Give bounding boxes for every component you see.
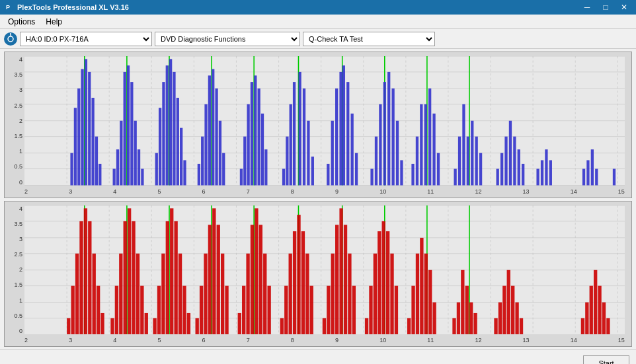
svg-rect-206: [259, 225, 262, 334]
svg-rect-44: [99, 164, 101, 186]
svg-rect-110: [454, 169, 456, 186]
svg-rect-236: [420, 237, 423, 334]
svg-rect-188: [170, 208, 173, 334]
x-label: 3: [69, 188, 72, 195]
svg-rect-217: [323, 318, 326, 334]
svg-rect-124: [536, 169, 539, 186]
y-label: 4: [19, 56, 22, 63]
svg-rect-63: [198, 164, 200, 186]
x-label: 9: [335, 188, 338, 195]
svg-rect-112: [462, 104, 465, 186]
device-icon: [4, 32, 17, 46]
top-chart: 4 3.5 3 2.5 2 1.5 1 0.5 0: [4, 52, 632, 198]
bottom-panel: Jitter: 5 Peak Shift:: [0, 349, 636, 364]
svg-rect-83: [298, 72, 301, 186]
svg-rect-85: [307, 121, 309, 186]
svg-rect-168: [75, 253, 79, 334]
svg-rect-200: [225, 285, 228, 334]
x-label: 8: [291, 188, 294, 195]
svg-rect-43: [95, 137, 98, 186]
svg-rect-118: [500, 153, 503, 186]
svg-rect-194: [200, 285, 203, 334]
svg-rect-80: [286, 137, 288, 186]
svg-rect-37: [74, 108, 77, 185]
svg-rect-247: [498, 302, 502, 334]
svg-rect-203: [246, 253, 249, 334]
svg-rect-257: [598, 285, 601, 334]
svg-rect-49: [127, 65, 130, 185]
svg-rect-191: [182, 285, 186, 334]
svg-rect-96: [375, 137, 378, 186]
close-button[interactable]: ✕: [615, 0, 633, 15]
svg-rect-54: [155, 153, 158, 186]
svg-rect-84: [303, 89, 305, 186]
svg-rect-175: [110, 318, 114, 334]
svg-rect-117: [497, 169, 499, 186]
start-button[interactable]: Start: [583, 355, 629, 365]
maximize-button[interactable]: □: [596, 0, 615, 15]
bottom-chart-x-axis: 2 3 4 5 6 7 8 9 10 11 12 13 14 15: [24, 334, 625, 346]
svg-rect-94: [355, 153, 358, 186]
svg-rect-51: [134, 121, 137, 186]
svg-rect-81: [290, 104, 292, 186]
x-label: 3: [69, 337, 72, 344]
svg-rect-93: [351, 114, 354, 186]
svg-rect-198: [217, 225, 220, 334]
svg-rect-108: [432, 114, 435, 186]
device-select[interactable]: HA:0 ID:0 PX-716A: [20, 32, 152, 46]
svg-rect-64: [201, 137, 204, 186]
x-label: 4: [113, 188, 116, 195]
x-label: 9: [335, 337, 338, 344]
minimize-button[interactable]: ─: [578, 0, 596, 15]
svg-rect-105: [420, 104, 422, 186]
x-label: 11: [427, 188, 434, 195]
svg-rect-57: [166, 65, 169, 185]
svg-rect-167: [71, 285, 75, 334]
top-chart-x-axis: 2 3 4 5 6 7 8 9 10 11 12 13 14 15: [24, 186, 625, 198]
svg-rect-171: [88, 221, 91, 334]
svg-rect-95: [370, 169, 373, 186]
svg-rect-252: [520, 318, 523, 334]
svg-rect-38: [77, 89, 80, 186]
svg-rect-114: [471, 121, 473, 186]
svg-rect-197: [212, 208, 216, 334]
svg-rect-69: [219, 121, 221, 186]
svg-rect-215: [305, 253, 309, 334]
svg-rect-70: [222, 153, 225, 186]
svg-rect-225: [365, 318, 368, 334]
svg-rect-254: [585, 302, 588, 334]
svg-rect-196: [208, 225, 212, 334]
svg-rect-182: [140, 285, 143, 334]
x-label: 10: [379, 337, 386, 344]
y-label: 3: [19, 87, 22, 93]
x-label: 8: [291, 337, 294, 344]
toolbar: HA:0 ID:0 PX-716A DVD Diagnostic Functio…: [0, 29, 636, 49]
svg-rect-130: [591, 149, 594, 185]
svg-rect-183: [145, 312, 148, 334]
menu-help[interactable]: Help: [40, 16, 67, 28]
x-label: 5: [157, 188, 161, 195]
svg-rect-211: [289, 253, 292, 334]
top-chart-svg: [24, 56, 625, 186]
test-select[interactable]: Q-Check TA Test: [303, 32, 435, 46]
svg-rect-241: [457, 302, 460, 334]
svg-rect-71: [240, 169, 243, 186]
svg-rect-230: [386, 231, 389, 334]
svg-rect-169: [79, 221, 83, 334]
svg-rect-256: [594, 270, 597, 334]
svg-rect-61: [180, 128, 182, 186]
menubar: Options Help: [0, 15, 636, 29]
svg-rect-39: [81, 69, 83, 186]
svg-rect-178: [124, 221, 127, 334]
svg-rect-166: [67, 318, 70, 334]
menu-options[interactable]: Options: [3, 16, 40, 28]
titlebar-controls: ─ □ ✕: [578, 0, 633, 15]
svg-rect-238: [428, 270, 432, 334]
app-icon: P: [3, 2, 13, 13]
svg-rect-109: [437, 153, 440, 186]
y-label: 3.5: [14, 221, 22, 227]
svg-rect-74: [251, 82, 253, 185]
svg-rect-129: [586, 160, 589, 185]
function-select[interactable]: DVD Diagnostic Functions: [155, 32, 300, 46]
svg-rect-36: [70, 153, 73, 186]
